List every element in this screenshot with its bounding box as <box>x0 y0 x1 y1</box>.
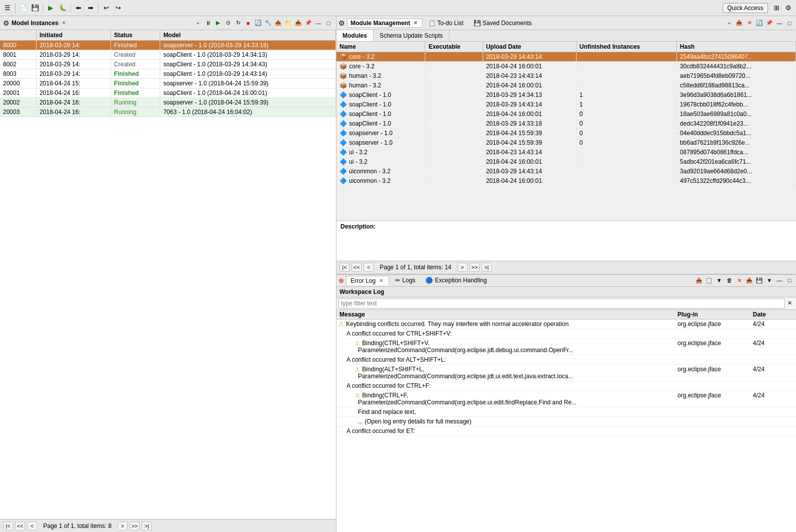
cell-model: soapClient - 1.0 (2018-03-29 14:43:14) <box>160 69 336 79</box>
error-plugin-0: org.eclipse.jface <box>677 321 753 328</box>
run-btn[interactable]: ▶ <box>45 3 56 14</box>
module-mgmt-close[interactable]: ✕ <box>412 20 419 27</box>
module-row[interactable]: 📦core - 3.2 2018-03-29 14:43:14 2549aa4f… <box>336 52 796 62</box>
el-delete-btn[interactable]: ✕ <box>735 276 744 285</box>
model-instance-row[interactable]: 20000 2018-04-24 15: Finished soapserver… <box>0 79 336 88</box>
filter-clear-btn[interactable]: ✕ <box>785 299 794 308</box>
upload-btn[interactable]: 📁 <box>284 19 293 28</box>
new-btn[interactable]: 📄 <box>18 3 29 14</box>
mod-last-btn[interactable]: >| <box>482 263 492 272</box>
download-btn[interactable]: 📥 <box>294 19 303 28</box>
tab-modules[interactable]: Modules <box>336 30 374 41</box>
settings-btn[interactable]: ⚙ <box>783 3 794 14</box>
mm-delete-btn[interactable]: ✕ <box>745 19 754 28</box>
last-page-btn[interactable]: >| <box>142 521 152 530</box>
saved-docs-tab[interactable]: 💾 Saved Documents <box>470 19 536 27</box>
quick-access-button[interactable]: Quick Access <box>723 3 768 13</box>
module-row[interactable]: 📦human - 3.2 2018-04-24 16:00:01 c58edd6… <box>336 81 796 90</box>
model-instance-row[interactable]: 8002 2018-03-29 14: Created soapClient -… <box>0 60 336 69</box>
cell-executable <box>425 81 483 90</box>
next-page-btn[interactable]: >> <box>130 521 140 530</box>
model-instances-header: ⚙ Model Instances ✕ + ⏸ ▶ ⊙ ↻ ■ 🔄 🔧 📤 📁 … <box>0 16 336 30</box>
cell-id: 8000 <box>0 41 36 50</box>
el-filter-btn[interactable]: ▼ <box>765 276 774 285</box>
mm-maximize-btn[interactable]: □ <box>785 19 794 28</box>
save-btn[interactable]: 💾 <box>30 3 41 14</box>
model-instances-close[interactable]: ✕ <box>60 20 67 27</box>
model-instance-row[interactable]: 20002 2018-04-24 16: Running soapserver … <box>0 98 336 108</box>
module-row[interactable]: 📦core - 3.2 2018-04-24 16:00:01 30cdb832… <box>336 62 796 71</box>
perspective-btn[interactable]: ⊞ <box>771 3 782 14</box>
module-row[interactable]: 📦human - 3.2 2018-04-23 14:43:14 aeb7196… <box>336 71 796 81</box>
cell-unfinished <box>576 52 676 62</box>
export-btn[interactable]: 📤 <box>274 19 283 28</box>
mod-prev-btn[interactable]: << <box>352 263 362 272</box>
undo-btn[interactable]: ↩ <box>100 3 111 14</box>
mm-refresh-btn[interactable]: 🔄 <box>755 19 764 28</box>
mm-pin-btn[interactable]: 📌 <box>765 19 774 28</box>
el-copy-btn[interactable]: 📋 <box>705 276 714 285</box>
tab-exception[interactable]: 🔵 Exception Handling <box>421 276 491 285</box>
el-save-btn[interactable]: 💾 <box>755 276 764 285</box>
first-page-btn[interactable]: |< <box>3 521 13 530</box>
maximize-btn[interactable]: □ <box>324 19 333 28</box>
module-row[interactable]: 🔷soapClient - 1.0 2018-04-24 16:00:01 0 … <box>336 110 796 119</box>
todo-list-tab[interactable]: 📋 To-do List <box>424 19 468 27</box>
model-instance-row[interactable]: 20003 2018-04-24 16: Running 7063 - 1.0 … <box>0 108 336 117</box>
mod-nextpage-btn[interactable]: >> <box>470 263 480 272</box>
module-row[interactable]: 🔷soapClient - 1.0 2018-03-29 14:34:13 1 … <box>336 90 796 100</box>
prev-page-btn[interactable]: << <box>15 521 25 530</box>
module-row[interactable]: 🔷soapClient - 1.0 2018-03-29 14:43:14 1 … <box>336 100 796 110</box>
el-import-btn[interactable]: 📥 <box>745 276 754 285</box>
tools-btn[interactable]: 🔧 <box>264 19 273 28</box>
el-copy-dropdown[interactable]: ▼ <box>715 276 724 285</box>
debug-btn[interactable]: 🐛 <box>57 3 68 14</box>
error-tab-close[interactable]: ✕ <box>378 277 385 284</box>
module-row[interactable]: 🔷ui - 3.2 2018-04-23 14:43:14 087895d074… <box>336 148 796 157</box>
play-btn[interactable]: ▶ <box>213 19 222 28</box>
minimize-btn[interactable]: — <box>314 19 323 28</box>
back-btn[interactable]: ⬅ <box>73 3 84 14</box>
el-maximize-btn[interactable]: □ <box>785 276 794 285</box>
loop-btn[interactable]: ↻ <box>234 19 243 28</box>
stop2-btn[interactable]: ■ <box>244 19 253 28</box>
pin-btn[interactable]: 📌 <box>304 19 313 28</box>
error-row-0[interactable]: ⚠Keybinding conflicts occurred. They may… <box>336 320 796 329</box>
mod-first-btn[interactable]: |< <box>339 263 350 272</box>
menu-btn[interactable]: ☰ <box>2 3 13 14</box>
mod-back-btn[interactable]: < <box>364 263 374 272</box>
module-row[interactable]: 🔷uicommon - 3.2 2018-03-29 14:43:14 3ad9… <box>336 167 796 176</box>
module-row[interactable]: 🔷soapserver - 1.0 2018-04-24 15:59:39 0 … <box>336 129 796 138</box>
el-clear-btn[interactable]: 🗑 <box>725 276 734 285</box>
stop-btn[interactable]: ⊙ <box>223 19 233 28</box>
model-instance-row[interactable]: 8000 2018-03-29 14: Finished soapserver … <box>0 41 336 50</box>
tab-logs[interactable]: ✏ Logs <box>391 276 419 285</box>
module-row[interactable]: 🔷ui - 3.2 2018-04-24 16:00:01 5adbc42f20… <box>336 157 796 167</box>
add-btn[interactable]: + <box>193 19 202 28</box>
prev-btn[interactable]: < <box>27 521 37 530</box>
pause-btn[interactable]: ⏸ <box>203 19 212 28</box>
el-minimize-btn[interactable]: — <box>775 276 784 285</box>
module-row[interactable]: 🔷soapClient - 1.0 2018-03-29 14:33:18 0 … <box>336 119 796 129</box>
el-export-btn[interactable]: 📤 <box>695 276 704 285</box>
mod-next-btn[interactable]: > <box>458 263 468 272</box>
module-icon: 🔷 <box>339 177 347 184</box>
filter-input[interactable] <box>338 298 785 308</box>
mm-export-btn[interactable]: 📤 <box>735 19 744 28</box>
refresh-btn[interactable]: 🔄 <box>254 19 263 28</box>
module-row[interactable]: 🔷soapserver - 1.0 2018-04-24 15:59:39 0 … <box>336 138 796 148</box>
module-row[interactable]: 🔷uicommon - 3.2 2018-04-24 16:00:01 497c… <box>336 176 796 186</box>
redo-btn[interactable]: ↪ <box>112 3 124 14</box>
model-instance-row[interactable]: 8003 2018-03-29 14: Finished soapClient … <box>0 69 336 79</box>
mm-add-btn[interactable]: + <box>725 19 734 28</box>
module-management-header: ⚙ Module Management ✕ 📋 To-do List 💾 Sav… <box>336 16 796 30</box>
model-instance-row[interactable]: 20001 2018-04-24 16: Finished soapClient… <box>0 88 336 98</box>
model-instance-row[interactable]: 8001 2018-03-29 14: Created soapClient -… <box>0 50 336 60</box>
mm-minimize-btn[interactable]: — <box>775 19 784 28</box>
cell-name: 🔷uicommon - 3.2 <box>336 167 425 176</box>
error-log-toolbar-btns: 📤 📋 ▼ 🗑 ✕ 📥 💾 ▼ — □ <box>695 276 794 285</box>
forward-btn[interactable]: ➡ <box>85 3 96 14</box>
next-btn[interactable]: > <box>118 521 128 530</box>
tab-schema[interactable]: Schema Update Scripts <box>374 30 449 41</box>
tab-error-log[interactable]: Error Log ✕ <box>346 276 389 285</box>
